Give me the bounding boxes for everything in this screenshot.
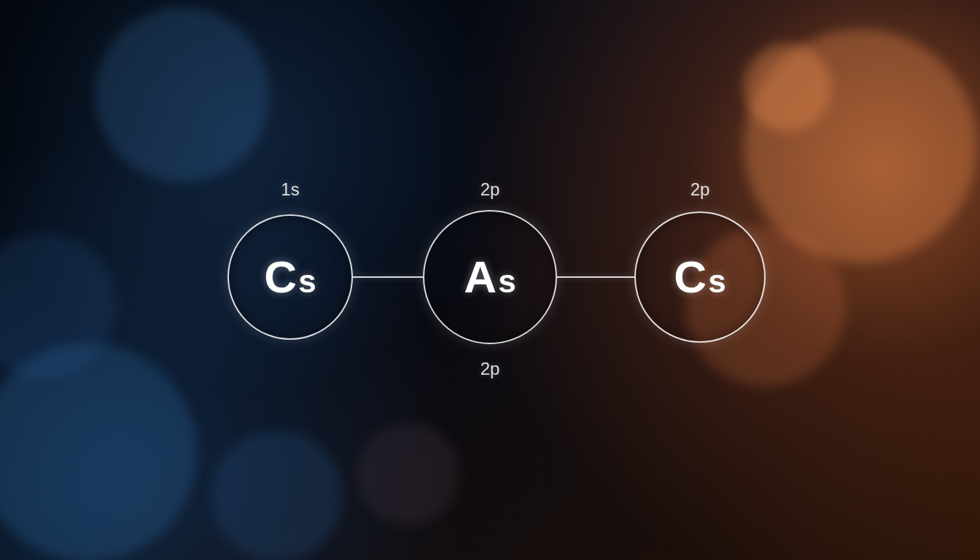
molecule-diagram: CsAsCs 1s2p2p2p bbox=[0, 0, 980, 560]
atom-symbol: Cs bbox=[264, 254, 316, 300]
symbol-capital: A bbox=[464, 254, 497, 300]
orbital-label: 2p bbox=[481, 179, 500, 200]
orbital-label: 1s bbox=[281, 179, 299, 200]
symbol-capital: C bbox=[674, 254, 707, 300]
atom-symbol: As bbox=[464, 254, 516, 300]
symbol-capital: C bbox=[264, 254, 297, 300]
bokeh-circle bbox=[95, 7, 270, 182]
bokeh-circle bbox=[357, 423, 459, 525]
symbol-lowercase: s bbox=[498, 265, 516, 298]
bokeh-circle bbox=[744, 44, 831, 131]
symbol-lowercase: s bbox=[298, 265, 316, 298]
orbital-label: 2p bbox=[481, 359, 500, 379]
bond-line bbox=[557, 276, 634, 278]
orbital-label: 2p bbox=[691, 179, 710, 200]
atom-center: As bbox=[423, 210, 557, 344]
symbol-lowercase: s bbox=[708, 265, 726, 298]
bokeh-circle bbox=[211, 430, 343, 560]
atom-right: Cs bbox=[634, 211, 766, 343]
atom-left: Cs bbox=[228, 214, 353, 340]
bond-line bbox=[353, 276, 423, 278]
atom-symbol: Cs bbox=[674, 254, 726, 300]
